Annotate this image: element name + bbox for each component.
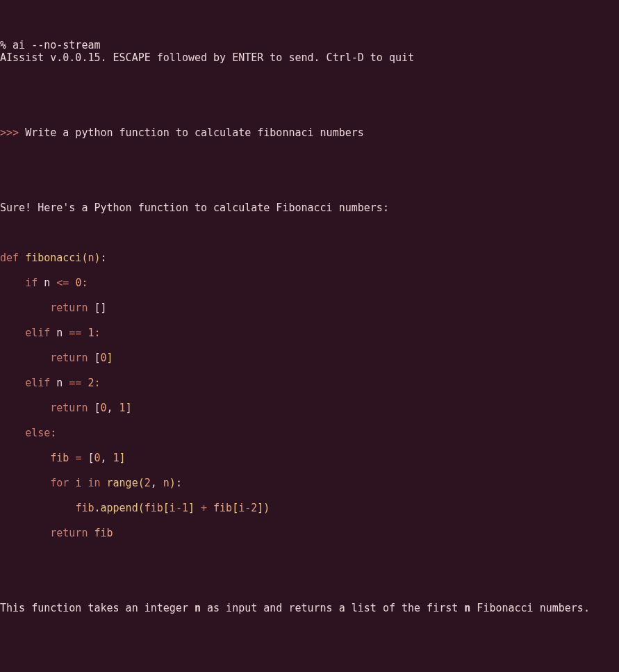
terminal[interactable]: % ai --no-streamAIssist v.0.0.15. ESCAPE… xyxy=(0,39,619,672)
code-line: if n <= 0: xyxy=(0,277,619,289)
code-line: return [0] xyxy=(0,352,619,364)
shell-command: ai --no-stream xyxy=(13,39,100,51)
code-line: elif n == 1: xyxy=(0,327,619,339)
shell-line: % ai --no-stream xyxy=(0,39,619,51)
assistant-intro-1: Sure! Here's a Python function to calcul… xyxy=(0,202,619,214)
code-line: return [] xyxy=(0,302,619,314)
user-turn-1: >>> Write a python function to calculate… xyxy=(0,126,619,139)
code-line: return [0, 1] xyxy=(0,402,619,414)
code-line: return fib xyxy=(0,527,619,539)
code-line: for i in range(2, n): xyxy=(0,477,619,489)
assistant-outro-1: This function takes an integer n as inpu… xyxy=(0,602,619,614)
code-line: elif n == 2: xyxy=(0,377,619,389)
user-input: Write a python function to calculate fib… xyxy=(25,126,364,139)
code-line: fib = [0, 1] xyxy=(0,452,619,464)
code-line: def fibonacci(n): xyxy=(0,252,619,264)
code-line: else: xyxy=(0,427,619,439)
code-line: fib.append(fib[i-1] + fib[i-2]) xyxy=(0,502,619,514)
repl-prompt: >>> xyxy=(0,126,19,139)
banner: AIssist v.0.0.15. ESCAPE followed by ENT… xyxy=(0,51,619,64)
shell-prompt: % xyxy=(0,39,6,51)
